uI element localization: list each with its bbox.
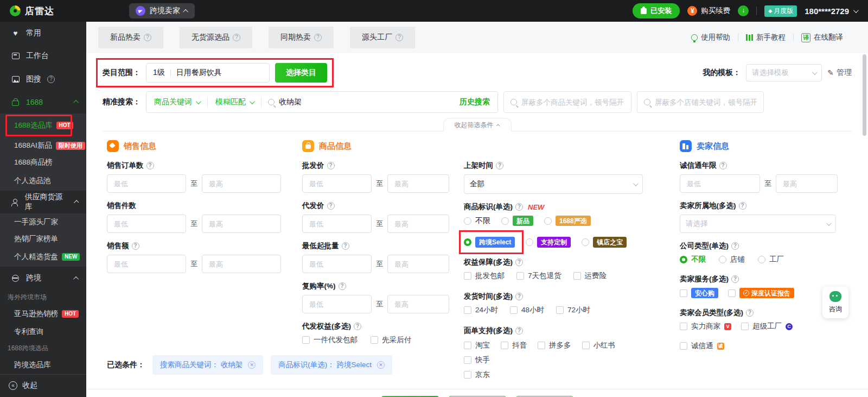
wholesale-min-input[interactable] (302, 174, 372, 193)
sidebar-item-amazon-bestsellers[interactable]: 亚马逊热销榜 HOT (0, 305, 86, 323)
checkbox-shipping-insurance[interactable]: 运费险 (573, 271, 607, 281)
sidebar-item-1688-pool[interactable]: 1688选品库 HOT (0, 114, 86, 137)
sidebar-item-crossborder[interactable]: 跨境 (0, 267, 86, 289)
help-icon[interactable]: ? (132, 242, 139, 250)
repurchase-min-input[interactable] (302, 295, 372, 313)
radio-mark-crossborder-select[interactable]: 跨境Select (464, 237, 515, 247)
sidebar-item-source-factory[interactable]: 一手源头厂家 (0, 213, 86, 230)
help-icon[interactable]: ? (515, 293, 523, 300)
cxt-years-max-input[interactable] (776, 174, 838, 193)
sales-amount-min-input[interactable] (107, 255, 186, 273)
help-icon[interactable]: ? (146, 162, 154, 169)
help-icon[interactable]: ? (233, 34, 240, 41)
sidebar-item-hot-factory[interactable]: 热销厂家榜单 (0, 230, 86, 247)
sales-orders-max-input[interactable] (202, 174, 281, 193)
help-icon[interactable]: ? (354, 323, 361, 330)
tab-no-source[interactable]: 无货源选品? (180, 27, 252, 48)
checkbox-member-strength-merchant[interactable]: 实力商家V (680, 322, 731, 331)
sidebar-item-image-search[interactable]: 图搜 ? (0, 67, 86, 90)
select-category-button[interactable]: 选择类目 (275, 63, 327, 83)
checkbox-waybill-taobao[interactable]: 淘宝 (464, 341, 490, 350)
sidebar-item-crossborder-library[interactable]: 跨境选品库 (0, 356, 86, 374)
sales-units-min-input[interactable] (107, 215, 186, 233)
checkbox-waybill-douyin[interactable]: 抖音 (501, 341, 527, 350)
sidebar-item-1688-ai-new[interactable]: 1688AI新品 限时使用 (0, 137, 86, 154)
sidebar-collapse-button[interactable]: « 收起 (0, 374, 86, 397)
sidebar-item-workbench[interactable]: 工作台 (0, 45, 86, 67)
help-icon[interactable]: ? (314, 34, 322, 41)
keyword-input[interactable] (279, 98, 445, 106)
help-icon[interactable]: ? (746, 309, 754, 317)
scrollbar-thumb[interactable] (863, 54, 866, 136)
sales-orders-min-input[interactable] (107, 174, 186, 193)
tab-new-hot[interactable]: 新品热卖? (98, 27, 163, 48)
sidebar-item-patent-search[interactable]: 专利查询 (0, 323, 86, 341)
checkbox-ship-48h[interactable]: 48小时 (510, 305, 544, 315)
checkbox-buy-later[interactable]: 先采后付 (371, 335, 411, 345)
manage-templates-button[interactable]: ✎ 管理 (827, 68, 852, 78)
role-switcher-button[interactable]: 跨境卖家 (129, 3, 195, 18)
tab-source-factory[interactable]: 源头工厂? (350, 27, 415, 48)
checkbox-wholesale-free-shipping[interactable]: 批发包邮 (464, 271, 505, 281)
checkbox-waybill-xiaohongshu[interactable]: 小红书 (582, 341, 616, 350)
radio-mark-new-product[interactable]: 新品 (501, 216, 533, 226)
checkbox-member-super-factory[interactable]: 超级工厂C (741, 322, 793, 331)
help-icon[interactable]: ? (342, 242, 349, 250)
repurchase-max-input[interactable] (387, 295, 449, 313)
wholesale-max-input[interactable] (387, 174, 449, 193)
sidebar-item-personal-goods[interactable]: 个人精选货盘 NEW (0, 247, 86, 267)
dropship-min-input[interactable] (302, 215, 372, 233)
checkbox-member-cxt[interactable]: 诚信通诚 (680, 341, 724, 351)
checkbox-waybill-kuaishou[interactable]: 快手 (464, 355, 490, 365)
block-shop-keywords-input[interactable] (655, 98, 757, 106)
checkbox-service-deep-cert[interactable]: ✓深度认证报告 (728, 288, 794, 298)
help-icon[interactable]: ? (515, 203, 523, 211)
dropship-max-input[interactable] (387, 215, 449, 233)
checkbox-7day-return[interactable]: 7天包退货 (516, 271, 561, 281)
radio-company-factory[interactable]: 工厂 (758, 255, 784, 264)
help-icon[interactable]: ? (719, 162, 727, 169)
match-type-select[interactable]: 模糊匹配 (208, 92, 261, 112)
shelf-time-select[interactable]: 全部 (464, 174, 643, 194)
moq-max-input[interactable] (387, 255, 449, 273)
checkbox-service-safe-buy[interactable]: 安心购 (680, 288, 718, 298)
sidebar-item-1688[interactable]: 1688 (0, 91, 86, 114)
checkbox-ship-72h[interactable]: 72小时 (556, 305, 590, 315)
cxt-years-min-input[interactable] (680, 174, 760, 193)
help-icon[interactable]: ? (327, 162, 335, 169)
sidebar-item-1688-ranking[interactable]: 1688商品榜 (0, 154, 86, 171)
history-search-link[interactable]: 历史搜索 (452, 97, 497, 107)
help-icon[interactable]: ? (515, 259, 523, 266)
keyword-type-select[interactable]: 商品关键词 (146, 92, 207, 112)
radio-mark-1688-select[interactable]: 1688严选 (544, 216, 591, 226)
usage-help-link[interactable]: 使用帮助 (691, 33, 730, 42)
sidebar-item-supplier[interactable]: 供应商货源库 (0, 191, 86, 213)
block-product-keywords-input[interactable] (521, 98, 624, 106)
checkbox-ship-24h[interactable]: 24小时 (464, 305, 498, 315)
translate-link[interactable]: 译在线翻译 (801, 33, 843, 42)
help-icon[interactable]: ? (496, 162, 503, 169)
renew-button[interactable]: ¥ 购买续费 (687, 6, 730, 16)
seller-area-select[interactable]: 请选择 (680, 215, 836, 233)
account-menu[interactable]: 180****2729 (805, 7, 857, 16)
category-value-box[interactable]: 1级 日用餐厨饮具 (146, 63, 270, 83)
help-icon[interactable]: ? (739, 202, 746, 210)
radio-company-shop[interactable]: 店铺 (719, 255, 745, 264)
help-icon[interactable]: ? (515, 327, 523, 335)
sidebar-item-common[interactable]: ♥ 常用 (0, 22, 86, 45)
radio-mark-store-treasure[interactable]: 镇店之宝 (582, 237, 627, 247)
template-select[interactable]: 请选择模板 (746, 64, 822, 81)
help-icon[interactable]: ? (731, 242, 739, 250)
consult-widget[interactable]: 咨询 (822, 287, 848, 318)
radio-company-unlimited[interactable]: 不限 (680, 255, 706, 264)
sidebar-item-personal-pool[interactable]: 个人选品池 (0, 171, 86, 191)
help-icon[interactable]: ? (47, 75, 55, 83)
help-icon[interactable]: ? (144, 34, 151, 41)
download-icon[interactable]: ↓ (738, 5, 749, 16)
help-icon[interactable]: ? (339, 282, 346, 290)
help-icon[interactable]: ? (395, 34, 403, 41)
installed-button[interactable]: 已安装 (633, 3, 680, 18)
checkbox-waybill-pinduoduo[interactable]: 拼多多 (538, 341, 571, 350)
remove-tag-icon[interactable]: ✕ (377, 361, 385, 369)
moq-min-input[interactable] (302, 255, 372, 273)
